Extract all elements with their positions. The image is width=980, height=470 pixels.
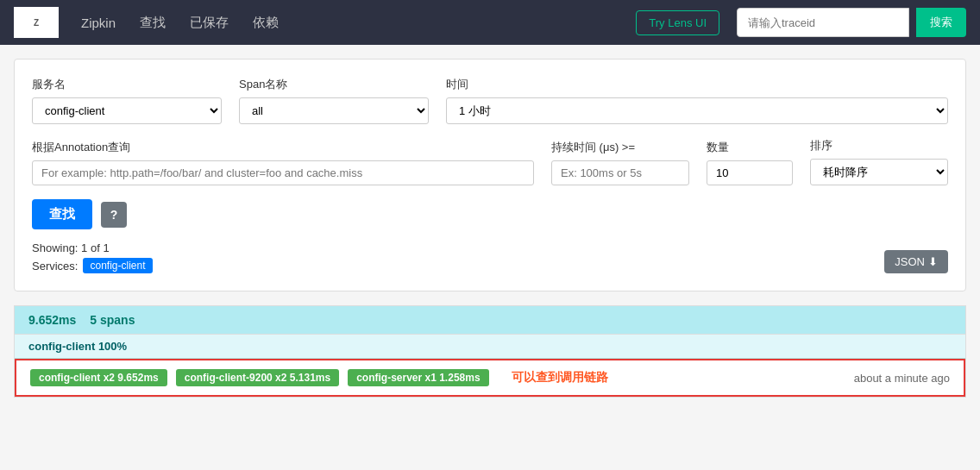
json-label: JSON [895, 255, 925, 268]
form-group-sort: 排序 耗时降序 [810, 138, 948, 185]
trace-row[interactable]: config-client x2 9.652ms config-client-9… [15, 359, 965, 397]
service-badge: config-client [83, 258, 152, 273]
annotation-label: 根据Annotation查询 [32, 140, 534, 155]
duration-label: 持续时间 (μs) >= [551, 140, 689, 155]
json-button[interactable]: JSON ⬇ [884, 250, 948, 273]
service-select[interactable]: config-client [32, 97, 222, 124]
help-button[interactable]: ? [101, 202, 127, 228]
span-select[interactable]: all [239, 97, 429, 124]
trace-annotation: 可以查到调用链路 [512, 370, 608, 385]
count-label: 数量 [707, 140, 793, 155]
sort-label: 排序 [810, 138, 948, 154]
count-input[interactable] [707, 160, 793, 185]
navbar-link-saved[interactable]: 已保存 [181, 9, 237, 36]
trace-result: 9.652ms 5 spans config-client 100% confi… [14, 305, 966, 398]
navbar-brand: Zipkin [72, 10, 124, 35]
try-lens-button[interactable]: Try Lens UI [636, 10, 719, 35]
duration-input[interactable] [551, 160, 689, 185]
action-row: 查找 ? [32, 199, 948, 229]
results-and-json: Showing: 1 of 1 Services: config-client … [32, 241, 948, 273]
sort-select[interactable]: 耗时降序 [810, 159, 948, 185]
download-icon: ⬇ [928, 255, 938, 268]
services-label: Services: [32, 260, 78, 273]
navbar-search-button[interactable]: 搜索 [916, 8, 966, 37]
service-label: 服务名 [32, 77, 222, 92]
service-tag-2: config-server x1 1.258ms [348, 369, 488, 386]
form-group-service: 服务名 config-client [32, 77, 222, 124]
service-tag-0: config-client x2 9.652ms [30, 369, 167, 386]
trace-spans: 5 spans [90, 313, 135, 327]
form-group-annotation: 根据Annotation查询 [32, 140, 534, 185]
form-row-2: 根据Annotation查询 持续时间 (μs) >= 数量 排序 耗时降序 [32, 138, 948, 185]
navbar-link-find[interactable]: 查找 [131, 9, 174, 36]
trace-service-header: config-client 100% [15, 335, 965, 359]
results-info-group: Showing: 1 of 1 Services: config-client [32, 241, 153, 273]
form-row-1: 服务名 config-client Span名称 all 时间 1 小时 [32, 77, 948, 124]
time-label: 时间 [446, 77, 948, 92]
showing-text: Showing: 1 of 1 [32, 241, 153, 254]
logo-text: Z [34, 18, 39, 28]
trace-id-input[interactable] [737, 8, 909, 37]
span-label: Span名称 [239, 77, 429, 92]
navbar-link-deps[interactable]: 依赖 [244, 9, 287, 36]
form-group-span: Span名称 all [239, 77, 429, 124]
main-container: 服务名 config-client Span名称 all 时间 1 小时 [0, 45, 980, 411]
trace-header: 9.652ms 5 spans [15, 306, 965, 335]
search-panel: 服务名 config-client Span名称 all 时间 1 小时 [14, 59, 966, 291]
form-group-count: 数量 [707, 140, 793, 185]
services-info: Services: config-client [32, 258, 153, 273]
form-group-duration: 持续时间 (μs) >= [551, 140, 689, 185]
find-button[interactable]: 查找 [32, 199, 92, 229]
annotation-input[interactable] [32, 160, 534, 185]
json-btn-row: JSON ⬇ [884, 250, 948, 273]
time-select[interactable]: 1 小时 [446, 97, 948, 124]
trace-time-ago: about a minute ago [854, 372, 950, 385]
trace-duration: 9.652ms [28, 313, 76, 327]
navbar: Z Zipkin 查找 已保存 依赖 Try Lens UI 搜索 [0, 0, 980, 45]
service-tag-1: config-client-9200 x2 5.131ms [176, 369, 339, 386]
form-group-time: 时间 1 小时 [446, 77, 948, 124]
navbar-logo: Z [14, 7, 59, 38]
